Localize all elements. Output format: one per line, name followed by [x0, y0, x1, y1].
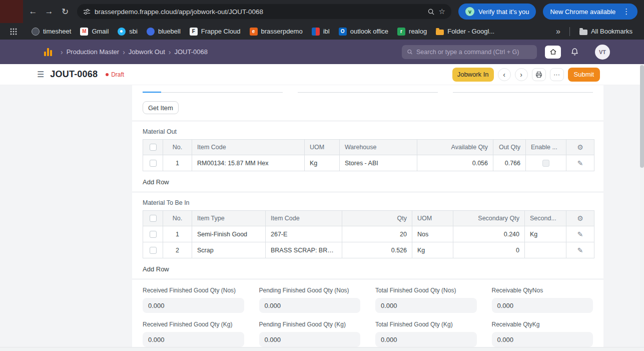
breadcrumb-jobwork-out[interactable]: Jobwork Out: [129, 48, 165, 56]
cell-item-code[interactable]: BRASS SCRAP: BRASS ...: [266, 242, 342, 258]
cell-item-type[interactable]: Scrap: [192, 242, 266, 258]
horizontal-scrollbar[interactable]: [0, 347, 644, 351]
cell-secondary-uom[interactable]: [525, 242, 566, 258]
cell-secondary-qty[interactable]: 0.240: [453, 226, 525, 242]
form-field-underline[interactable]: [143, 86, 283, 93]
jobwork-in-button[interactable]: Jobwork In: [452, 68, 494, 82]
cell-uom[interactable]: Nos: [412, 226, 453, 242]
grid-settings-gear-icon[interactable]: ⚙: [577, 214, 583, 222]
bookmark-outlook-office[interactable]: O outlook office: [334, 26, 393, 37]
notifications-button[interactable]: [569, 47, 580, 58]
breadcrumb-chevron-icon: ›: [169, 48, 171, 56]
grid-settings-gear-icon[interactable]: ⚙: [577, 143, 583, 151]
form-body: Get Item Material Out No. Item Code UOM …: [0, 85, 644, 351]
cell-item-type[interactable]: Semi-Finish Good: [192, 226, 266, 242]
next-document-button[interactable]: ›: [515, 68, 528, 81]
vertical-scrollbar-thumb[interactable]: [640, 65, 644, 168]
bookmark-realog[interactable]: r realog: [393, 26, 431, 37]
bookmark-star-icon[interactable]: ☆: [439, 7, 445, 16]
bookmark-gmail[interactable]: M Gmail: [76, 26, 113, 37]
field-value: 0.000: [375, 298, 477, 313]
verify-identity-button[interactable]: v Verify that it's you: [458, 4, 536, 20]
reload-icon[interactable]: ↻: [57, 4, 73, 20]
url-text[interactable]: brasserpdemo.frappe.cloud/app/jobwork-ou…: [95, 8, 423, 16]
table-row[interactable]: 1 Semi-Finish Good 267-E 20 Nos 0.240 Kg…: [143, 226, 594, 242]
address-bar[interactable]: brasserpdemo.frappe.cloud/app/jobwork-ou…: [77, 4, 451, 19]
bookmark-timesheet[interactable]: timesheet: [27, 26, 76, 37]
breadcrumb-current-doc[interactable]: JOUT-0068: [175, 48, 208, 56]
edit-row-pencil-icon[interactable]: ✎: [577, 230, 583, 238]
breadcrumb-chevron-icon: ›: [123, 48, 125, 56]
realog-favicon-icon: r: [397, 28, 405, 36]
app-navbar: › Production Master › Jobwork Out › JOUT…: [0, 40, 644, 64]
cell-uom[interactable]: Kg: [305, 155, 340, 171]
submit-button[interactable]: Submit: [568, 68, 600, 82]
verify-badge-icon: v: [465, 7, 474, 16]
print-button[interactable]: [532, 68, 546, 81]
table-row[interactable]: 2 Scrap BRASS SCRAP: BRASS ... 0.526 Kg …: [143, 242, 594, 258]
chrome-update-button[interactable]: New Chrome available ⋮: [543, 4, 637, 20]
home-icon: [549, 48, 557, 56]
menu-ellipsis-button[interactable]: ···: [550, 68, 564, 81]
bookmark-ibl[interactable]: ibl: [307, 26, 334, 37]
cell-qty[interactable]: 0.526: [342, 242, 412, 258]
sidebar-toggle-icon[interactable]: ☰: [37, 70, 44, 79]
get-item-button[interactable]: Get Item: [143, 101, 179, 114]
col-item-code: Item Code: [266, 211, 342, 226]
field-label: Receivable QtyKg: [492, 321, 593, 328]
status-badge: Draft: [106, 71, 124, 78]
edit-row-pencil-icon[interactable]: ✎: [577, 159, 583, 167]
field-value: 0.000: [259, 332, 361, 347]
field-label: Pending Finished Good Qty (Kg): [259, 321, 361, 328]
apps-grid-icon[interactable]: [7, 27, 20, 37]
row-checkbox[interactable]: [150, 231, 157, 238]
edit-row-pencil-icon[interactable]: ✎: [577, 246, 583, 254]
cell-available-qty[interactable]: 0.056: [417, 155, 493, 171]
vertical-scrollbar[interactable]: [640, 64, 644, 347]
form-field-underline[interactable]: [298, 86, 438, 93]
bookmark-google-folder[interactable]: Folder - Googl...: [431, 26, 499, 37]
all-bookmarks-button[interactable]: All Bookmarks: [575, 26, 637, 37]
row-checkbox[interactable]: [150, 247, 157, 254]
form-field-underline[interactable]: [453, 86, 593, 93]
home-button[interactable]: [545, 46, 561, 59]
global-search[interactable]: [402, 45, 537, 59]
site-settings-icon[interactable]: [83, 8, 91, 16]
app-logo-icon[interactable]: [44, 48, 52, 56]
cell-uom[interactable]: Kg: [412, 242, 453, 258]
table-row[interactable]: 1 RM00134: 15.87 MM Hex Kg Stores - ABI …: [143, 155, 594, 171]
cell-secondary-uom[interactable]: Kg: [525, 226, 566, 242]
material-in-add-row-button[interactable]: Add Row: [139, 262, 173, 275]
material-out-add-row-button[interactable]: Add Row: [139, 175, 173, 188]
cell-item-code[interactable]: RM00134: 15.87 MM Hex: [192, 155, 305, 171]
bookmark-frappe-cloud[interactable]: F Frappe Cloud: [185, 26, 245, 37]
form-card: Get Item Material Out No. Item Code UOM …: [132, 85, 603, 351]
material-out-table: No. Item Code UOM Warehouse Available Qt…: [143, 139, 594, 171]
bookmark-label: Gmail: [92, 28, 109, 35]
select-all-checkbox[interactable]: [150, 144, 157, 151]
bookmark-bluebell[interactable]: bluebell: [142, 26, 185, 37]
browser-menu-icon[interactable]: ⋮: [622, 7, 630, 16]
bookmark-sbi[interactable]: sbi: [113, 26, 142, 37]
prev-document-button[interactable]: ‹: [498, 68, 511, 81]
cell-out-qty[interactable]: 0.766: [493, 155, 526, 171]
all-bookmarks-folder-icon: [579, 30, 587, 35]
bookmarks-overflow-icon[interactable]: »: [552, 26, 564, 37]
cell-qty[interactable]: 20: [342, 226, 412, 242]
bookmark-label: bluebell: [158, 28, 181, 35]
bookmark-brasserpdemo[interactable]: e brasserpdemo: [245, 26, 307, 37]
user-avatar[interactable]: VT: [595, 45, 610, 60]
cell-warehouse[interactable]: Stores - ABI: [340, 155, 417, 171]
forward-icon[interactable]: →: [41, 4, 57, 20]
field-pending-fg-nos: Pending Finished Good Qty (Nos) 0.000: [259, 287, 361, 313]
select-all-checkbox[interactable]: [150, 215, 157, 222]
breadcrumb-production-master[interactable]: Production Master: [67, 48, 120, 56]
global-search-input[interactable]: [416, 49, 532, 56]
col-qty: Qty: [342, 211, 412, 226]
search-lens-icon[interactable]: [427, 8, 435, 16]
back-icon[interactable]: ←: [25, 4, 41, 20]
cell-item-code[interactable]: 267-E: [266, 226, 342, 242]
cell-secondary-qty[interactable]: 0: [453, 242, 525, 258]
row-checkbox[interactable]: [150, 160, 157, 167]
cell-no: 1: [163, 226, 192, 242]
